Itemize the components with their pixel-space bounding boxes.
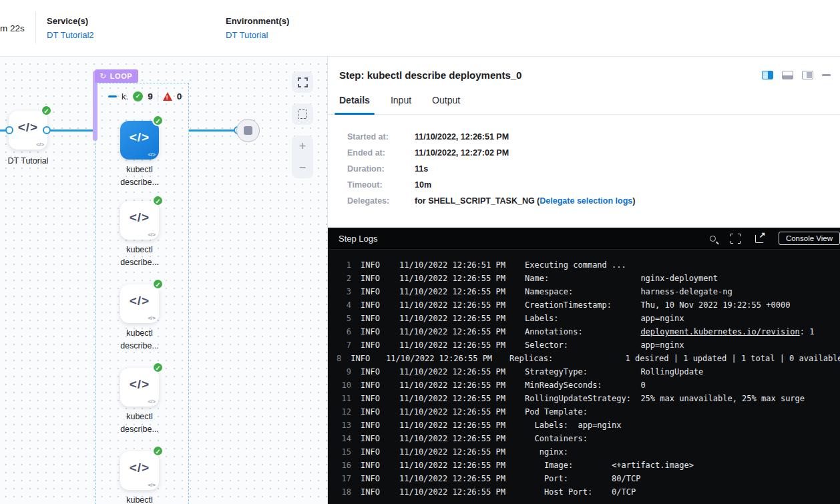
log-line: 9INFO11/10/2022 12:26:55 PMStrategyType:… <box>328 365 840 379</box>
step-node-dt-tutorial[interactable]: </> </> <box>9 111 47 150</box>
log-timestamp: 11/10/2022 12:26:51 PM <box>399 258 507 272</box>
log-line: 7INFO11/10/2022 12:26:55 PMSelector: app… <box>328 338 840 352</box>
log-timestamp: 11/10/2022 12:26:55 PM <box>399 285 507 298</box>
bottom-view-icon[interactable] <box>782 71 793 79</box>
code-mini-icon: </> <box>148 399 156 405</box>
detail-value: 11/10/2022, 12:26:51 PM <box>415 132 509 142</box>
success-badge-icon: ✓ <box>41 105 52 116</box>
step-node-label-line: describe... <box>99 176 180 189</box>
fit-view-icon <box>298 77 308 87</box>
services-summary: Service(s) DT Tutorial2 <box>47 16 94 40</box>
log-message: StrategyType: RollingUpdate <box>525 365 703 379</box>
collapse-group-button[interactable] <box>108 95 117 97</box>
console-view-button[interactable]: Console View <box>779 232 840 245</box>
log-timestamp: 11/10/2022 12:26:55 PM <box>399 298 507 312</box>
panel-tabs: DetailsInputOutput <box>328 95 840 115</box>
log-line-number: 9 <box>337 365 351 379</box>
log-line-number: 8 <box>337 352 341 365</box>
log-line: 14INFO11/10/2022 12:26:55 PM Containers: <box>328 432 840 445</box>
log-line: 12INFO11/10/2022 12:26:55 PMPod Template… <box>328 405 840 419</box>
environments-link[interactable]: DT Tutorial <box>226 30 289 40</box>
pipeline-canvas[interactable]: </> </> ✓ DT Tutorial ↻ LOOP k. ✓ 9 0 </… <box>0 56 327 504</box>
log-line: 5INFO11/10/2022 12:26:55 PMLabels: app=n… <box>328 312 840 325</box>
fullscreen-logs-icon[interactable] <box>730 234 741 244</box>
fit-view-button[interactable] <box>292 71 313 93</box>
step-node-kubectl-describe[interactable]: </></> <box>120 284 159 323</box>
log-level: INFO <box>361 298 383 312</box>
log-level: INFO <box>361 312 383 325</box>
step-node-kubectl-describe[interactable]: </></> <box>120 201 159 240</box>
step-node-label-line: kubectl <box>99 244 180 256</box>
loop-badge: ↻ LOOP <box>95 69 138 83</box>
log-level: INFO <box>361 285 383 298</box>
error-count-icon <box>163 92 172 101</box>
log-message: Executing command ... <box>525 258 626 272</box>
log-timestamp: 11/10/2022 12:26:55 PM <box>399 459 507 472</box>
step-node-label: kubectl <box>99 494 180 504</box>
log-message: Labels: app=nginx <box>525 419 622 432</box>
log-message: nginx: <box>525 445 568 459</box>
step-node-kubectl-describe[interactable]: </></> <box>120 451 159 490</box>
log-level: INFO <box>361 445 383 459</box>
zoom-in-button[interactable]: + <box>292 136 313 157</box>
log-line: 3INFO11/10/2022 12:26:55 PMNamespace: ha… <box>328 285 840 298</box>
log-line-number: 13 <box>337 419 351 432</box>
code-icon: </> <box>9 120 47 135</box>
detail-value: 11/10/2022, 12:27:02 PM <box>415 148 509 158</box>
log-message: Replicas: 1 desired | 1 updated | 1 tota… <box>509 352 840 365</box>
log-console[interactable]: 1INFO11/10/2022 12:26:51 PMExecuting com… <box>328 250 840 504</box>
search-logs-icon[interactable] <box>710 236 716 242</box>
step-node-label: kubectldescribe... <box>99 327 180 352</box>
marquee-select-button[interactable] <box>292 103 313 125</box>
step-logs-header: Step Logs Console View <box>328 228 840 250</box>
log-annotation-link[interactable]: deployment.kubernetes.io/revision <box>640 327 799 336</box>
log-level: INFO <box>361 392 383 405</box>
minimize-panel-icon[interactable] <box>822 74 831 76</box>
detail-value: 11s <box>415 164 428 174</box>
success-badge-icon: ✓ <box>152 362 164 373</box>
zoom-out-button[interactable]: − <box>292 157 313 178</box>
log-line: 16INFO11/10/2022 12:26:55 PM Image: <+ar… <box>328 459 840 472</box>
log-line-number: 17 <box>337 472 351 485</box>
loop-badge-label: LOOP <box>110 72 133 80</box>
loop-arrow-icon: ↻ <box>99 71 107 81</box>
split-view-icon[interactable] <box>762 71 773 79</box>
log-message: RollingUpdateStrategy: 25% max unavailab… <box>525 392 805 405</box>
log-timestamp: 11/10/2022 12:26:55 PM <box>399 485 507 499</box>
tab-input[interactable]: Input <box>391 95 411 114</box>
log-timestamp: 11/10/2022 12:26:55 PM <box>399 379 507 392</box>
log-line-number: 2 <box>337 272 351 285</box>
log-message: Port: 80/TCP <box>525 472 640 485</box>
log-line-number: 5 <box>337 312 351 325</box>
marquee-icon <box>298 109 307 119</box>
log-line-number: 1 <box>337 258 351 272</box>
connector-dot <box>5 126 13 134</box>
services-link[interactable]: DT Tutorial2 <box>47 30 94 40</box>
code-mini-icon: </> <box>36 142 44 148</box>
environments-label: Environment(s) <box>226 16 289 26</box>
log-line: 2INFO11/10/2022 12:26:55 PMName: nginx-d… <box>328 272 840 285</box>
log-level: INFO <box>351 352 370 365</box>
step-node-kubectl-describe[interactable]: </></> <box>120 121 159 160</box>
step-node-kubectl-describe[interactable]: </></> <box>120 368 159 407</box>
delegate-selection-logs-link[interactable]: Delegate selection logs <box>540 196 632 206</box>
stop-node[interactable] <box>236 119 260 142</box>
step-logs-section: Step Logs Console View 1INFO11/10/2022 1… <box>328 228 840 504</box>
log-line-number: 14 <box>337 432 351 445</box>
open-in-new-icon[interactable] <box>755 234 764 243</box>
log-timestamp: 11/10/2022 12:26:55 PM <box>399 419 507 432</box>
step-node-label-line: kubectl <box>99 327 180 340</box>
zoom-controls: + − <box>292 136 313 178</box>
log-level: INFO <box>361 419 383 432</box>
log-line: 13INFO11/10/2022 12:26:55 PM Labels: app… <box>328 419 840 432</box>
success-badge-icon: ✓ <box>152 195 164 206</box>
log-line: 6INFO11/10/2022 12:26:55 PMAnnotations: … <box>328 325 840 338</box>
log-timestamp: 11/10/2022 12:26:55 PM <box>399 338 507 352</box>
right-view-icon[interactable] <box>802 71 813 79</box>
tab-details[interactable]: Details <box>339 95 370 114</box>
tab-output[interactable]: Output <box>432 95 460 114</box>
log-timestamp: 11/10/2022 12:26:55 PM <box>399 365 507 379</box>
detail-row: Delegates:for SHELL_SCRIPT_TASK_NG (Dele… <box>347 196 840 206</box>
services-label: Service(s) <box>47 16 94 26</box>
log-message: Labels: app=nginx <box>525 312 684 325</box>
